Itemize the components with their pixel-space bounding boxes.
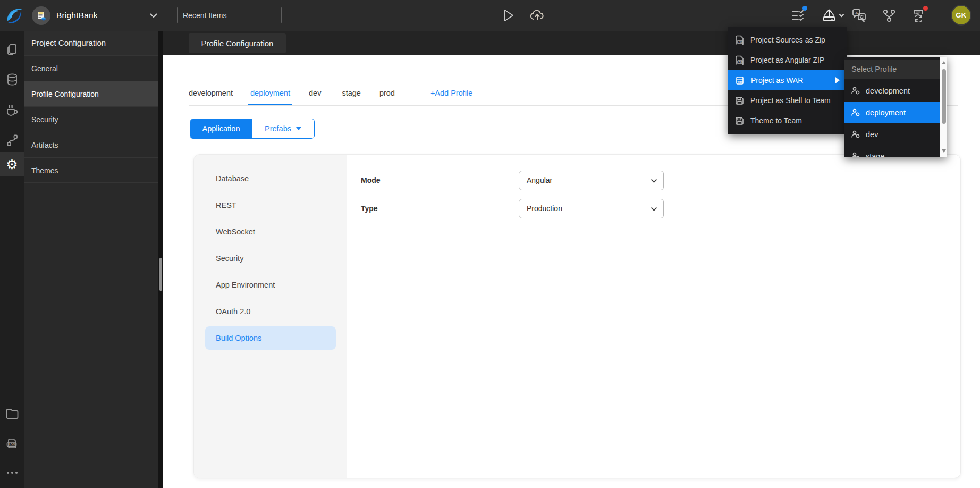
- mode-label: Mode: [361, 171, 381, 190]
- add-profile-button[interactable]: +Add Profile: [430, 89, 472, 97]
- config-nav: Database REST WebSocket Security App Env…: [194, 155, 347, 478]
- config-nav-oauth[interactable]: OAuth 2.0: [194, 298, 347, 325]
- submenu-item-stage[interactable]: stage: [844, 145, 940, 157]
- panel-title: Project Configuration: [24, 31, 158, 55]
- project-avatar[interactable]: [32, 6, 50, 25]
- submenu-arrow-icon: [835, 77, 840, 83]
- svg-text:ZIP: ZIP: [738, 61, 742, 63]
- svg-text:WAR: WAR: [738, 80, 744, 83]
- java-services-icon[interactable]: [0, 98, 24, 122]
- panel-item-artifacts[interactable]: Artifacts: [24, 132, 158, 157]
- type-select[interactable]: Production: [519, 199, 664, 218]
- export-menu: ZIP Project Sources as Zip ZIP Project a…: [728, 27, 847, 134]
- user-avatar[interactable]: GK: [951, 5, 971, 26]
- profile-config-card: Database REST WebSocket Security App Env…: [193, 154, 961, 478]
- config-nav-app-environment[interactable]: App Environment: [194, 272, 347, 298]
- save-icon: [735, 116, 744, 125]
- prefabs-toggle-button[interactable]: Prefabs: [252, 119, 314, 138]
- tab-stage[interactable]: stage: [342, 80, 360, 106]
- project-configuration-panel: Project Configuration General Profile Co…: [24, 31, 158, 488]
- application-toggle-button[interactable]: Application: [190, 119, 252, 138]
- config-nav-database[interactable]: Database: [194, 165, 347, 192]
- submenu-scrollbar-thumb[interactable]: [942, 69, 946, 124]
- panel-scrollbar[interactable]: [158, 31, 163, 488]
- config-nav-websocket[interactable]: WebSocket: [194, 218, 347, 245]
- panel-item-security[interactable]: Security: [24, 106, 158, 132]
- play-icon[interactable]: [500, 7, 516, 23]
- application-prefabs-toggle: Application Prefabs: [190, 119, 315, 139]
- panel-scrollbar-thumb[interactable]: [159, 258, 162, 291]
- profile-gear-icon: [851, 108, 860, 117]
- tab-development[interactable]: development: [189, 80, 233, 106]
- panel-item-profile-configuration[interactable]: Profile Configuration: [24, 81, 158, 106]
- config-nav-rest[interactable]: REST: [194, 192, 347, 218]
- settings-icon[interactable]: ⚙: [0, 152, 24, 176]
- scroll-up-arrow-icon[interactable]: [942, 61, 946, 64]
- zip-file-icon: ZIP: [735, 55, 744, 65]
- profile-tabs: development deployment dev stage prod +A…: [189, 80, 472, 106]
- submenu-title: Select Profile: [844, 60, 940, 79]
- translate-icon[interactable]: A: [851, 7, 867, 23]
- tab-profile-configuration[interactable]: Profile Configuration: [189, 33, 286, 53]
- tab-prod[interactable]: prod: [379, 80, 395, 106]
- profile-gear-icon: [851, 152, 860, 157]
- caret-down-icon: [296, 127, 301, 130]
- tabs-separator: [417, 85, 417, 101]
- menu-item-project-as-war[interactable]: WAR Project as WAR: [728, 70, 847, 90]
- main-header-strip: Profile Configuration: [163, 31, 980, 55]
- menu-item-project-sources-as-zip[interactable]: ZIP Project Sources as Zip: [728, 30, 847, 50]
- profile-gear-icon: [851, 130, 860, 139]
- tab-deployment[interactable]: deployment: [250, 80, 290, 106]
- database-icon[interactable]: [0, 68, 24, 92]
- config-nav-security[interactable]: Security: [194, 245, 347, 272]
- chevron-down-icon[interactable]: [149, 13, 158, 18]
- apis-icon[interactable]: [0, 128, 24, 153]
- logs-icon[interactable]: LOG: [0, 432, 24, 456]
- scroll-down-arrow-icon[interactable]: [942, 149, 946, 153]
- chevron-down-icon: [650, 207, 657, 211]
- select-profile-submenu: Select Profile development deployment: [844, 57, 947, 157]
- submenu-item-dev[interactable]: dev: [844, 123, 940, 145]
- svg-text:LOG: LOG: [9, 443, 15, 446]
- type-label: Type: [361, 199, 378, 218]
- pages-icon[interactable]: [0, 37, 24, 62]
- menu-item-project-as-angular-zip[interactable]: ZIP Project as Angular ZIP: [728, 50, 847, 70]
- topbar-divider: [944, 5, 944, 26]
- chevron-down-icon: [650, 179, 657, 183]
- panel-item-general[interactable]: General: [24, 55, 158, 81]
- version-control-icon[interactable]: [881, 7, 897, 23]
- submenu-scrollbar[interactable]: [940, 57, 947, 157]
- submenu-item-development[interactable]: development: [844, 80, 940, 102]
- checklist-icon[interactable]: [790, 7, 806, 23]
- recent-items-input[interactable]: [177, 7, 282, 23]
- submenu-item-deployment[interactable]: deployment: [844, 102, 940, 123]
- mode-select[interactable]: Angular: [519, 171, 664, 190]
- notification-dot-blue: [802, 6, 807, 11]
- export-icon[interactable]: [821, 7, 845, 23]
- cloud-upload-icon[interactable]: [529, 7, 545, 23]
- svg-text:ZIP: ZIP: [738, 40, 742, 43]
- zip-file-icon: ZIP: [735, 35, 744, 45]
- war-file-icon: WAR: [735, 75, 745, 86]
- panel-item-themes[interactable]: Themes: [24, 157, 158, 183]
- svg-text:A: A: [855, 11, 858, 15]
- wave-logo[interactable]: [3, 4, 26, 27]
- notification-dot-red: [923, 6, 928, 11]
- sync-docs-icon[interactable]: [910, 7, 926, 23]
- menu-item-theme-to-team[interactable]: Theme to Team: [728, 111, 847, 131]
- project-name: BrightBank: [56, 0, 98, 31]
- profile-gear-icon: [851, 86, 860, 95]
- more-icon[interactable]: [0, 460, 24, 485]
- folder-icon[interactable]: [0, 401, 24, 426]
- config-nav-build-options[interactable]: Build Options: [205, 326, 336, 350]
- left-icon-rail: ⚙ LOG: [0, 31, 24, 488]
- tab-dev[interactable]: dev: [309, 80, 321, 106]
- menu-item-project-as-shell-to-team[interactable]: Project as Shell to Team: [728, 90, 847, 111]
- save-icon: [735, 96, 744, 105]
